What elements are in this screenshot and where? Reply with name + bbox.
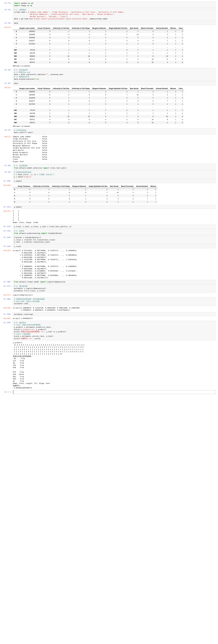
input-prompt: In [1]: bbox=[2, 1, 13, 7]
output-prompt: Out[11]: bbox=[2, 209, 13, 224]
code-content: x.head() bbox=[14, 180, 214, 182]
output-prompt bbox=[2, 341, 13, 390]
code-content: # 2. 缺失值处理 # 1)?替换为np.nan data = data.re… bbox=[14, 69, 214, 80]
input-prompt: In [17]: bbox=[2, 284, 13, 293]
column-header: Bland Chromatin bbox=[140, 87, 155, 90]
column-header: Single Epithelial Cell Size bbox=[87, 185, 109, 188]
table-row: 210154253111223112 bbox=[13, 96, 184, 100]
table-row: 4411321311 bbox=[13, 200, 158, 204]
input-prompt: In [18]: bbox=[2, 297, 13, 306]
input-prompt: In [15]: bbox=[2, 244, 13, 248]
code-content: from sklearn.linear_model import Logisti… bbox=[14, 281, 214, 283]
code-cell[interactable]: # 不存在缺失值 data.isnull().any() bbox=[13, 128, 216, 134]
code-content: data bbox=[14, 82, 214, 84]
code-content: # 4. 标准化 from sklearn.preprocessing impo… bbox=[14, 230, 214, 234]
code-input[interactable] bbox=[14, 391, 214, 393]
output-prompt: Out[19]: bbox=[2, 317, 13, 320]
output-text: LogisticRegression() bbox=[13, 294, 215, 296]
column-header: Bare Nuclei bbox=[109, 185, 120, 188]
column-header: Single Epithelial Cell Size bbox=[107, 27, 129, 30]
column-header: Bland Chromatin bbox=[140, 27, 155, 30]
column-header: Bare Nuclei bbox=[129, 27, 140, 30]
output-area: array([[1.26859675, 0.71423738, 0.596541… bbox=[13, 306, 216, 312]
code-content: # 6. 模型评估 # 方法1：直接比对真实值和预测值 y_predict = … bbox=[14, 322, 214, 340]
table-row: 0511121311 bbox=[13, 188, 158, 191]
column-header: Marginal Adhesion bbox=[71, 185, 87, 188]
code-content: # 不存在缺失值 data.isnull().any() bbox=[14, 129, 214, 134]
table-row: 310162776881343712 bbox=[13, 39, 184, 42]
table-row: 6947767153111321112 bbox=[13, 48, 184, 52]
code-cell[interactable]: y.head() bbox=[13, 205, 216, 209]
code-cell[interactable]: data bbox=[13, 82, 216, 85]
output-area: LogisticRegression() bbox=[13, 293, 216, 297]
input-prompt: In [20]: bbox=[2, 321, 13, 340]
table-row: 2311122311 bbox=[13, 194, 158, 197]
code-cell[interactable]: x.head() bbox=[13, 179, 216, 183]
input-prompt: In [4]: bbox=[2, 68, 13, 81]
code-cell[interactable]: # 筛选特征值和目标值 x = data.iloc[:, 1:-1] # 行都要… bbox=[13, 170, 216, 179]
column-header: Single Epithelial Cell Size bbox=[107, 87, 129, 90]
code-cell[interactable]: estimator.intercept_ bbox=[13, 312, 216, 316]
column-header: Class bbox=[178, 27, 184, 30]
table-row: .................................... bbox=[13, 45, 184, 48]
table-row: 6947767153111321112 bbox=[13, 109, 184, 112]
code-cell[interactable]: x_train bbox=[13, 244, 216, 248]
output-area: y_predict: [2 4 2 4 4 2 4 2 2 2 2 4 2 4 … bbox=[13, 341, 216, 390]
table-row: 69789747148643410614 bbox=[13, 118, 184, 121]
output-area: Sample code numberClump ThicknessUniform… bbox=[13, 26, 216, 68]
dataframe-table: Clump ThicknessUniformity of Cell SizeUn… bbox=[13, 185, 158, 204]
column-header: Uniformity of Cell Shape bbox=[70, 27, 91, 30]
code-content: # 筛选特征值和目标值 x = data.iloc[:, 1:-1] # 行都要… bbox=[14, 171, 214, 178]
code-cell[interactable]: data bbox=[13, 21, 216, 25]
input-prompt: In [14]: bbox=[2, 236, 13, 244]
code-content: estimator.intercept_ bbox=[14, 313, 214, 316]
output-text: array([[1.26859675, 0.71423738, 0.596541… bbox=[13, 307, 215, 311]
output-prompt: Out[15]: bbox=[2, 249, 13, 280]
input-prompt: In [8]: bbox=[2, 164, 13, 170]
output-prompt: Out[10]: bbox=[2, 184, 13, 204]
code-content: # 3. 划分数据集 from sklearn.model_selection … bbox=[14, 164, 214, 169]
row-count: 683 rows × 11 columns bbox=[13, 125, 215, 127]
code-cell[interactable]: # 6. 模型评估 # 方法1：直接比对真实值和预测值 y_predict = … bbox=[13, 321, 216, 340]
input-prompt: In [13]: bbox=[2, 229, 13, 235]
output-area: Sample code number False Clump Thickness… bbox=[13, 135, 216, 163]
input-prompt: In [19]: bbox=[2, 312, 13, 316]
code-cell[interactable]: # 5. 预估器流程 estimator = LogisticRegressio… bbox=[13, 284, 216, 293]
code-cell[interactable]: x_train, x_test, y_train, y_test = train… bbox=[13, 225, 216, 228]
table-row: 010000255111213112 bbox=[13, 90, 184, 93]
table-row: 410170234113213112 bbox=[13, 42, 184, 45]
code-cell[interactable]: import pandas as pd import numpy as np bbox=[13, 1, 216, 7]
table-row: 310162776881343712 bbox=[13, 100, 184, 102]
input-prompt: In [2]: bbox=[2, 8, 13, 21]
code-cell[interactable]: # 4. 标准化 from sklearn.preprocessing impo… bbox=[13, 229, 216, 235]
output-area: Clump ThicknessUniformity of Cell SizeUn… bbox=[13, 184, 216, 204]
code-cell[interactable]: # 3. 划分数据集 from sklearn.model_selection … bbox=[13, 164, 216, 170]
code-content: x_train, x_test, y_train, y_test = train… bbox=[14, 226, 214, 228]
table-row: 69889747148854510414 bbox=[13, 121, 184, 124]
input-prompt: In [11]: bbox=[2, 205, 13, 209]
column-header: Uniformity of Cell Shape bbox=[51, 185, 71, 188]
input-prompt: In [7]: bbox=[2, 128, 13, 134]
output-prompt: Out[5]: bbox=[2, 86, 13, 128]
code-content: data bbox=[14, 22, 214, 24]
output-prompt: Out[7]: bbox=[2, 135, 13, 163]
code-cell[interactable]: from sklearn.linear_model import Logisti… bbox=[13, 280, 216, 284]
table-row: 3688134371 bbox=[13, 197, 158, 200]
code-cell[interactable]: # 逻辑回归的模型参数：回归系数和偏置 # 有几个特征，就有几个回归系数 est… bbox=[13, 297, 216, 306]
code-content: import pandas as pd import numpy as np bbox=[14, 2, 214, 6]
table-row: .................................... bbox=[13, 106, 184, 109]
column-header: Marginal Adhesion bbox=[91, 87, 107, 90]
column-header: Normal Nucleoli bbox=[155, 27, 169, 30]
code-content: transfer = StandardScaler() x_train = tr… bbox=[14, 236, 214, 243]
code-cell[interactable]: # 2. 缺失值处理 # 1)?替换为np.nan data = data.re… bbox=[13, 68, 216, 81]
output-text: array([[ 0.53172441, -0.68774998, -0.722… bbox=[13, 250, 215, 279]
column-header: Marginal Adhesion bbox=[91, 27, 107, 30]
column-header: Bare Nuclei bbox=[129, 87, 140, 90]
column-header: Uniformity of Cell Size bbox=[52, 87, 70, 90]
code-cell[interactable]: # 1. 读取数据 column_name = ['Sample code nu… bbox=[13, 8, 216, 21]
column-header: Normal Nucleoli bbox=[135, 185, 149, 188]
code-cell[interactable]: transfer = StandardScaler() x_train = tr… bbox=[13, 236, 216, 244]
column-header: Uniformity of Cell Size bbox=[52, 27, 70, 30]
code-cell[interactable] bbox=[13, 390, 216, 394]
column-header: Normal Nucleoli bbox=[155, 87, 169, 90]
